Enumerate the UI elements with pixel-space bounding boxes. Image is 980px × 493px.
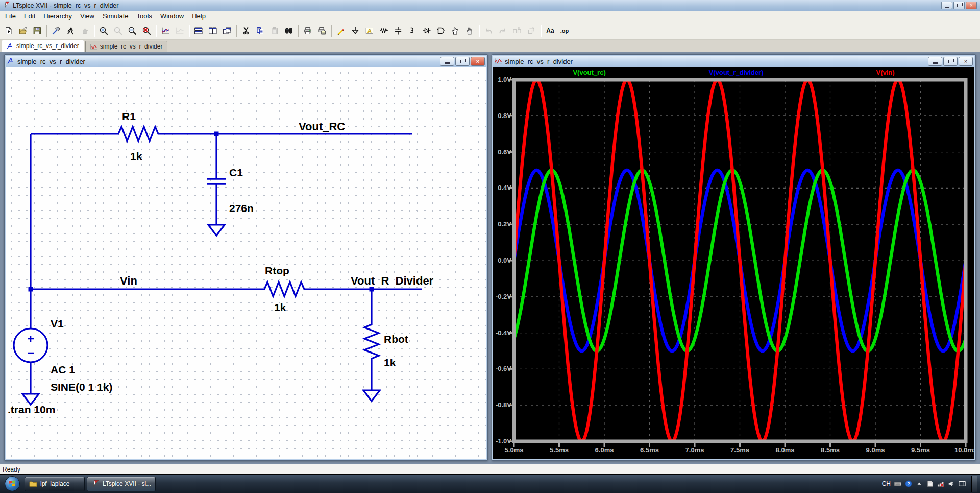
tray-volume-button[interactable] bbox=[948, 480, 955, 487]
x-axis-tick-label: 8.0ms bbox=[770, 446, 800, 454]
control-panel-icon bbox=[52, 27, 60, 35]
menu-simulate[interactable]: Simulate bbox=[99, 11, 133, 21]
toolbar-copy-button[interactable] bbox=[253, 24, 267, 37]
v1-sine-label[interactable]: SINE(0 1 1k) bbox=[51, 381, 112, 393]
waveform-plot-canvas[interactable]: V(vout_rc)V(vout_r_divider)V(vin)1.0V0.8… bbox=[493, 67, 974, 459]
minimize-button[interactable] bbox=[941, 2, 952, 9]
schematic-canvas[interactable]: R1 1k Vout_RC C1 276n Vin Rtop 1k Vout_R… bbox=[6, 67, 486, 459]
schematic-window-titlebar[interactable]: simple_rc_vs_r_divider × bbox=[6, 56, 486, 67]
r1-ref-label[interactable]: R1 bbox=[122, 110, 136, 122]
tray-language-indicator[interactable]: CH bbox=[882, 480, 891, 487]
c1-value-label[interactable]: 276n bbox=[229, 202, 254, 214]
toolbar-diode-button[interactable] bbox=[420, 24, 434, 37]
start-button[interactable] bbox=[5, 476, 20, 491]
v1-ac-label[interactable]: AC 1 bbox=[51, 364, 75, 375]
waveform-restore-button[interactable] bbox=[943, 57, 958, 66]
schematic-minimize-button[interactable] bbox=[440, 57, 454, 66]
toolbar-ground-button[interactable] bbox=[348, 24, 362, 37]
toolbar-save-button[interactable] bbox=[30, 24, 44, 37]
toolbar-run-button[interactable] bbox=[2, 24, 16, 37]
schematic-window[interactable]: simple_rc_vs_r_divider × bbox=[4, 54, 488, 461]
toolbar-control-panel-button[interactable] bbox=[49, 24, 63, 37]
main-titlebar[interactable]: LTspice XVII - simple_rc_vs_r_divider × bbox=[0, 0, 980, 11]
toolbar-cut-button[interactable] bbox=[239, 24, 253, 37]
menu-edit[interactable]: Edit bbox=[20, 11, 39, 21]
spice-directive-text[interactable]: .tran 10m bbox=[8, 404, 55, 415]
tray-layout-button[interactable] bbox=[959, 480, 966, 487]
toolbar-print-preview-button[interactable] bbox=[315, 24, 329, 37]
maximize-button[interactable] bbox=[953, 2, 965, 9]
menu-hierarchy[interactable]: Hierarchy bbox=[39, 11, 76, 21]
x-axis-tick-label: 7.0ms bbox=[680, 446, 709, 454]
legend-trace-label[interactable]: V(vin) bbox=[876, 68, 894, 76]
spice-directive-icon: .op bbox=[560, 27, 569, 35]
toolbar-wire-button[interactable] bbox=[334, 24, 348, 37]
toolbar-tile-vertical-button[interactable] bbox=[191, 24, 206, 37]
toolbar-open-button[interactable] bbox=[16, 24, 30, 37]
menu-help[interactable]: Help bbox=[188, 11, 210, 21]
waveform-window-titlebar[interactable]: simple_rc_vs_r_divider × bbox=[493, 56, 974, 67]
y-axis-tick-label: 0.0V bbox=[493, 256, 511, 264]
toolbar-find-button[interactable] bbox=[282, 24, 296, 37]
toolbar-inductor-button[interactable] bbox=[405, 24, 420, 37]
v1-ref-label[interactable]: V1 bbox=[51, 318, 64, 330]
svg-text:A: A bbox=[368, 28, 372, 34]
rbot-value-label[interactable]: 1k bbox=[384, 357, 396, 368]
tab-waveform[interactable]: simple_rc_vs_r_divider bbox=[85, 41, 168, 52]
tray-network-error-button[interactable] bbox=[937, 480, 944, 487]
tab-schematic[interactable]: simple_rc_vs_r_divider bbox=[2, 40, 84, 52]
toolbar-label-button[interactable]: A bbox=[362, 24, 377, 37]
menu-view[interactable]: View bbox=[76, 11, 99, 21]
waveform-window[interactable]: simple_rc_vs_r_divider × V(vout_rc)V(vou… bbox=[492, 54, 976, 461]
toolbar-zoom-out-button[interactable] bbox=[125, 24, 139, 37]
tray-up-arrow-button[interactable] bbox=[916, 480, 923, 487]
r1-value-label[interactable]: 1k bbox=[130, 150, 142, 162]
toolbar-halt-button[interactable] bbox=[63, 24, 78, 37]
c1-ref-label[interactable]: C1 bbox=[229, 167, 243, 178]
wires[interactable] bbox=[14, 127, 422, 405]
layout-icon bbox=[959, 480, 966, 487]
toolbar-zoom-in-button[interactable] bbox=[96, 24, 111, 37]
toolbar-text-button[interactable]: Aa bbox=[543, 24, 557, 37]
waveform-close-button[interactable]: × bbox=[959, 57, 973, 66]
menu-file[interactable]: File bbox=[1, 11, 20, 21]
legend-trace-label[interactable]: V(vout_rc) bbox=[573, 68, 605, 76]
toolbar-drag-button[interactable] bbox=[462, 24, 477, 37]
net-label-vout-rc[interactable]: Vout_RC bbox=[299, 120, 345, 133]
close-button[interactable]: × bbox=[966, 2, 977, 9]
tray-clipboard-button[interactable] bbox=[926, 480, 934, 487]
waveform-minimize-button[interactable] bbox=[928, 57, 942, 66]
show-desktop-button[interactable] bbox=[971, 476, 977, 492]
tray-keyboard-button[interactable] bbox=[894, 480, 901, 487]
taskbar-button-folder[interactable]: lpf_laplace bbox=[24, 477, 85, 491]
toolbar-copy-instance-button[interactable] bbox=[448, 24, 462, 37]
toolbar-spice-directive-button[interactable]: .op bbox=[557, 24, 572, 37]
menu-window[interactable]: Window bbox=[156, 11, 188, 21]
zoom-window-icon bbox=[114, 27, 122, 35]
rbot-ref-label[interactable]: Rbot bbox=[384, 333, 408, 345]
x-axis-tick-label: 6.0ms bbox=[590, 446, 619, 454]
net-label-vin[interactable]: Vin bbox=[120, 274, 137, 287]
tray-help-button[interactable]: ? bbox=[905, 480, 912, 487]
toolbar-tile-horizontal-button[interactable] bbox=[206, 24, 220, 37]
toolbar-plot-settings-button[interactable] bbox=[158, 24, 173, 37]
toolbar-print-button[interactable] bbox=[301, 24, 315, 37]
print-preview-icon bbox=[318, 27, 326, 35]
toolbar-capacitor-button[interactable] bbox=[391, 24, 405, 37]
legend-trace-label[interactable]: V(vout_r_divider) bbox=[709, 68, 764, 76]
toolbar-resistor-button[interactable] bbox=[377, 24, 391, 37]
toolbar-component-button[interactable] bbox=[434, 24, 448, 37]
net-label-vout-r-divider[interactable]: Vout_R_Divider bbox=[351, 274, 434, 287]
schematic-restore-button[interactable] bbox=[455, 57, 470, 66]
taskbar-button-ltspice[interactable]: LTspice XVII - si... bbox=[87, 477, 156, 491]
menu-tools[interactable]: Tools bbox=[133, 11, 156, 21]
toolbar-zoom-fit-button[interactable] bbox=[139, 24, 154, 37]
schematic-close-button[interactable]: × bbox=[471, 57, 485, 66]
rtop-value-label[interactable]: 1k bbox=[274, 301, 286, 313]
toolbar-cascade-button[interactable] bbox=[220, 24, 234, 37]
rtop-ref-label[interactable]: Rtop bbox=[265, 265, 289, 276]
find-icon bbox=[285, 27, 293, 35]
toolbar-separator bbox=[189, 25, 189, 37]
toolbar-separator bbox=[541, 25, 541, 37]
ltspice-logo-icon bbox=[3, 1, 10, 10]
